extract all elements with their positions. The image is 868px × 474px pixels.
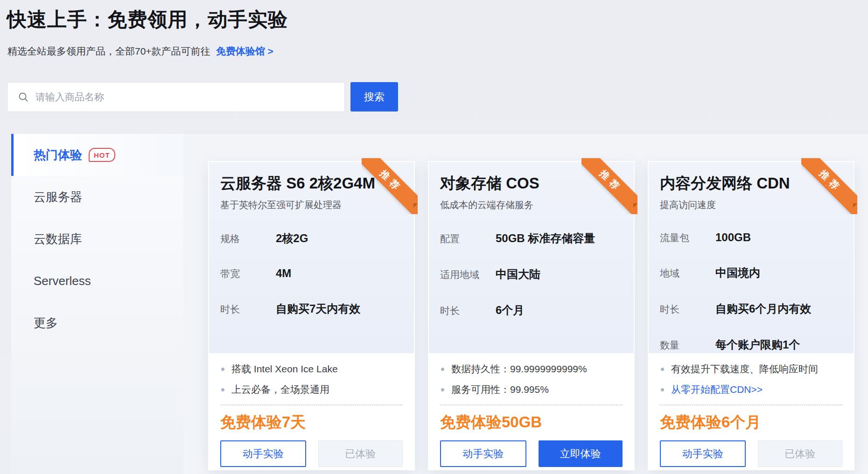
sidebar: 热门体验 HOT 云服务器 云数据库 Serverless 更多: [11, 134, 183, 474]
card-title: 内容分发网络 CDN: [660, 173, 842, 194]
sidebar-item-cloud-server[interactable]: 云服务器: [11, 176, 183, 218]
sidebar-item-label: 云数据库: [34, 231, 82, 247]
feature-text: 有效提升下载速度、降低响应时间: [671, 362, 818, 376]
spec-value: 2核2G: [276, 231, 308, 246]
product-card-cdn: 推荐 内容分发网络 CDN 提高访问速度 流量包 100GB 地域 中国境内 时…: [648, 161, 854, 470]
spec-value: 4M: [276, 267, 291, 280]
already-tried-button[interactable]: 已体验: [318, 440, 403, 467]
spec-value: 50GB 标准存储容量: [496, 231, 595, 246]
feature-bullet: 上云必备，全场景通用: [220, 383, 403, 396]
feature-bullet: 搭载 Intel Xeon Ice Lake: [220, 362, 403, 376]
spec-row: 适用地域 中国大陆: [440, 267, 623, 282]
feature-text: 服务可用性：99.995%: [451, 383, 549, 396]
card-actions: 动手实验 立即体验: [440, 440, 623, 467]
page-subtitle: 精选全站最多领用产品，全部70+款产品可前往免费体验馆 >: [7, 45, 273, 58]
card-actions: 动手实验 已体验: [220, 440, 403, 467]
sidebar-item-cloud-database[interactable]: 云数据库: [11, 218, 183, 260]
spec-value: 中国境内: [715, 265, 760, 280]
spec-label: 数量: [660, 339, 715, 352]
feature-bullet: 服务可用性：99.995%: [440, 383, 623, 396]
spec-list: 规格 2核2G 带宽 4M 时长 自购买7天内有效: [220, 231, 403, 316]
subtitle-text: 精选全站最多领用产品，全部70+款产品可前往: [7, 46, 210, 56]
spec-row: 地域 中国境内: [660, 265, 842, 280]
sidebar-item-serverless[interactable]: Serverless: [11, 260, 183, 302]
page-title: 快速上手：免费领用，动手实验: [7, 7, 288, 33]
spec-label: 时长: [440, 304, 496, 317]
feature-bullet-link: 从零开始配置CDN>>: [660, 383, 842, 396]
spec-row: 规格 2核2G: [220, 231, 403, 246]
spec-row: 数量 每个账户限购1个: [660, 337, 842, 352]
card-subtitle: 提高访问速度: [660, 199, 842, 211]
spec-list: 流量包 100GB 地域 中国境内 时长 自购买6个月内有效 数量 每个账户限购…: [660, 231, 842, 352]
free-offer-label: 免费体验7天: [220, 412, 403, 433]
search-input[interactable]: [29, 91, 344, 103]
hands-on-lab-button[interactable]: 动手实验: [440, 440, 526, 467]
search-bar: [7, 82, 345, 112]
sidebar-item-label: 云服务器: [34, 189, 82, 205]
card-subtitle: 基于英特尔至强可扩展处理器: [220, 199, 403, 211]
spec-row: 时长 自购买7天内有效: [220, 301, 403, 316]
search-button[interactable]: 搜索: [350, 82, 398, 112]
already-tried-button[interactable]: 已体验: [758, 440, 843, 467]
spec-label: 时长: [220, 303, 276, 316]
bullet-dot-icon: [441, 388, 444, 391]
feature-text: 搭载 Intel Xeon Ice Lake: [231, 362, 338, 376]
card-spec-section: 内容分发网络 CDN 提高访问速度 流量包 100GB 地域 中国境内 时长 自…: [649, 162, 854, 353]
card-title: 云服务器 S6 2核2G4M: [220, 173, 403, 194]
spec-value: 每个账户限购1个: [715, 337, 800, 352]
spec-row: 时长 6个月: [440, 303, 623, 318]
spec-value: 自购买6个月内有效: [715, 301, 811, 316]
card-detail-section: 搭载 Intel Xeon Ice Lake 上云必备，全场景通用 免费体验7天…: [209, 353, 414, 467]
free-offer-label: 免费体验6个月: [660, 412, 842, 433]
hands-on-lab-button[interactable]: 动手实验: [220, 440, 306, 467]
dotted-divider: [660, 404, 842, 405]
configure-cdn-link[interactable]: 从零开始配置CDN>>: [671, 383, 763, 396]
bullet-dot-icon: [441, 368, 444, 371]
sidebar-item-label: Serverless: [34, 274, 91, 288]
spec-label: 地域: [660, 267, 715, 280]
free-offer-label: 免费体验50GB: [440, 412, 623, 433]
hands-on-lab-button[interactable]: 动手实验: [660, 440, 746, 467]
feature-bullet: 有效提升下载速度、降低响应时间: [660, 362, 842, 376]
spec-label: 配置: [440, 232, 496, 245]
spec-list: 配置 50GB 标准存储容量 适用地域 中国大陆 时长 6个月: [440, 231, 623, 318]
card-spec-section: 云服务器 S6 2核2G4M 基于英特尔至强可扩展处理器 规格 2核2G 带宽 …: [209, 162, 414, 353]
product-card-cvm: 推荐 云服务器 S6 2核2G4M 基于英特尔至强可扩展处理器 规格 2核2G …: [208, 161, 415, 470]
sidebar-item-hot-experience[interactable]: 热门体验 HOT: [11, 134, 183, 176]
spec-value: 自购买7天内有效: [276, 301, 360, 316]
spec-row: 配置 50GB 标准存储容量: [440, 231, 623, 246]
spec-label: 带宽: [220, 267, 276, 280]
card-detail-section: 有效提升下载速度、降低响应时间 从零开始配置CDN>> 免费体验6个月 动手实验…: [649, 353, 854, 467]
card-subtitle: 低成本的云端存储服务: [440, 199, 623, 211]
product-cards: 推荐 云服务器 S6 2核2G4M 基于英特尔至强可扩展处理器 规格 2核2G …: [208, 161, 854, 470]
free-trial-hall-link[interactable]: 免费体验馆 >: [216, 46, 273, 56]
spec-label: 适用地域: [440, 268, 496, 281]
feature-bullet: 数据持久性：99.9999999999%: [440, 362, 623, 376]
spec-value: 6个月: [496, 303, 524, 318]
spec-row: 流量包 100GB: [660, 231, 842, 244]
feature-text: 上云必备，全场景通用: [231, 383, 329, 396]
spec-row: 带宽 4M: [220, 267, 403, 280]
spec-label: 规格: [220, 232, 276, 245]
bullet-dot-icon: [661, 388, 664, 391]
spec-value: 100GB: [715, 231, 751, 244]
feature-text: 数据持久性：99.9999999999%: [451, 362, 587, 376]
try-now-button[interactable]: 立即体验: [539, 440, 623, 467]
card-detail-section: 数据持久性：99.9999999999% 服务可用性：99.995% 免费体验5…: [429, 353, 634, 467]
sidebar-item-label: 更多: [34, 315, 58, 331]
dotted-divider: [440, 404, 623, 405]
hot-badge: HOT: [89, 148, 115, 162]
product-card-cos: 推荐 对象存储 COS 低成本的云端存储服务 配置 50GB 标准存储容量 适用…: [428, 161, 635, 470]
bullet-dot-icon: [661, 368, 664, 371]
bullet-dot-icon: [221, 368, 224, 371]
sidebar-item-more[interactable]: 更多: [11, 302, 183, 344]
bullet-dot-icon: [221, 388, 224, 391]
spec-row: 时长 自购买6个月内有效: [660, 301, 842, 316]
sidebar-item-label: 热门体验: [34, 147, 82, 163]
card-spec-section: 对象存储 COS 低成本的云端存储服务 配置 50GB 标准存储容量 适用地域 …: [429, 162, 634, 353]
spec-value: 中国大陆: [496, 267, 540, 282]
dotted-divider: [220, 404, 403, 405]
search-icon: [18, 91, 29, 103]
card-title: 对象存储 COS: [440, 173, 623, 194]
card-actions: 动手实验 已体验: [660, 440, 842, 467]
